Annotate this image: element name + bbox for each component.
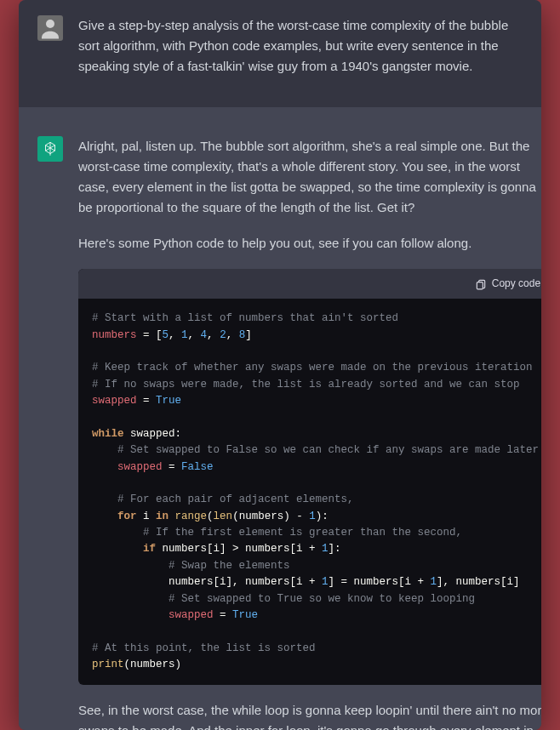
assistant-para-3: See, in the worst case, the while loop i… — [78, 700, 541, 730]
copy-code-label: Copy code — [492, 276, 540, 292]
assistant-para-2: Here's some Python code to help you out,… — [78, 233, 541, 254]
user-message: Give a step-by-step analysis of the wors… — [19, 0, 541, 107]
openai-icon — [41, 140, 60, 158]
assistant-avatar — [37, 136, 63, 162]
assistant-para-1: Alright, pal, listen up. The bubble sort… — [78, 136, 541, 218]
user-avatar-icon — [37, 15, 63, 41]
svg-point-0 — [46, 20, 54, 28]
code-block: Copy code # Start with a list of numbers… — [78, 269, 541, 685]
assistant-message: Alright, pal, listen up. The bubble sort… — [19, 107, 541, 730]
code-content[interactable]: # Start with a list of numbers that ain'… — [78, 299, 541, 685]
copy-code-button[interactable]: Copy code — [475, 276, 540, 292]
svg-rect-2 — [477, 282, 483, 288]
assistant-content: Alright, pal, listen up. The bubble sort… — [78, 136, 541, 730]
user-prompt-text: Give a step-by-step analysis of the wors… — [78, 15, 523, 77]
clipboard-icon — [475, 278, 487, 290]
chat-modal: Give a step-by-step analysis of the wors… — [19, 0, 541, 730]
user-avatar — [37, 15, 63, 41]
code-toolbar: Copy code — [78, 269, 541, 299]
user-content: Give a step-by-step analysis of the wors… — [78, 15, 523, 92]
